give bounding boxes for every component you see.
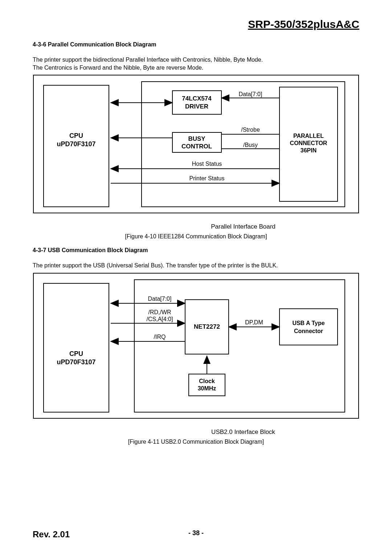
csa-label: /CS,A[4:0] [147,316,173,322]
svg-rect-19 [189,374,225,396]
cpu-label: CPU [69,132,83,139]
busy-label-2: CONTROL [181,143,212,150]
section-body-parallel: The printer support the bidirectional Pa… [33,56,359,71]
page-footer: Rev. 2.01 - 38 - [33,529,359,539]
section-title-parallel: 4-3-6 Parallel Communication Block Diagr… [33,41,359,48]
driver-label-1: 74LCX574 [182,95,212,102]
conn-l1: PARALLEL [293,133,324,139]
printerstatus-label: Printer Status [189,175,225,181]
usb-block-diagram: CPU uPD70F3107 NET2272 USB A Type Connec… [33,272,359,436]
page-number: - 38 - [188,529,204,537]
paragraph-line: The printer support the USB (Universal S… [33,262,278,268]
rdwr-label: /RD,/WR [148,309,171,315]
busy-label-1: BUSY [188,135,205,142]
cpu2-l1: CPU [69,350,83,357]
busy-out-label: /Busy [243,142,258,148]
figure-caption-1: [Figure 4-10 IEEE1284 Communication Bloc… [33,233,359,240]
page: SRP-350/352plusA&C 4-3-6 Parallel Commun… [0,0,392,554]
net-label: NET2272 [194,323,220,330]
paragraph-line: The printer support the bidirectional Pa… [33,57,263,63]
svg-rect-3 [172,91,221,114]
conn-l3: 36PIN [301,147,317,153]
diagram-svg: CPU uPD70F3107 74LCX574 DRIVER BUSY CONT… [33,74,359,219]
paragraph-line: The Centronics is Forward and the Nibble… [33,65,203,71]
cpu-label-2: uPD70F3107 [57,140,95,148]
section-body-usb: The printer support the USB (Universal S… [33,262,359,270]
revision-label: Rev. 2.01 [33,529,70,539]
strobe-label: /Strobe [241,127,260,133]
clk-l2: 30MHz [198,385,216,391]
parallel-block-diagram: CPU uPD70F3107 74LCX574 DRIVER BUSY CONT… [33,74,359,230]
section-title-usb: 4-3-7 USB Communication Block Diagram [33,247,359,254]
svg-rect-18 [279,309,338,345]
diagram2-sub-label: USB2.0 Interface Block [33,428,359,436]
hoststatus-label: Host Status [192,161,222,167]
usb-l1: USB A Type [292,320,324,326]
usb-l2: Connector [294,328,323,334]
conn-l2: CONNECTOR [290,140,327,146]
data2-label: Data[7:0] [148,296,172,302]
svg-rect-14 [33,273,359,418]
diagram-svg-2: CPU uPD70F3107 NET2272 USB A Type Connec… [33,272,359,425]
cpu2-l2: uPD70F3107 [57,358,95,366]
diagram-sub-label: Parallel Interface Board [33,223,359,230]
driver-label-2: DRIVER [185,103,208,110]
svg-rect-16 [44,283,109,412]
irq-label: /IRQ [154,334,166,340]
clk-l1: Clock [199,378,215,384]
dpdm-label: DP,DM [245,319,263,325]
data-label: Data[7:0] [239,91,262,97]
figure-caption-2: [Figure 4-11 USB2.0 Communication Block … [33,439,359,445]
page-title: SRP-350/352plusA&C [33,18,359,30]
